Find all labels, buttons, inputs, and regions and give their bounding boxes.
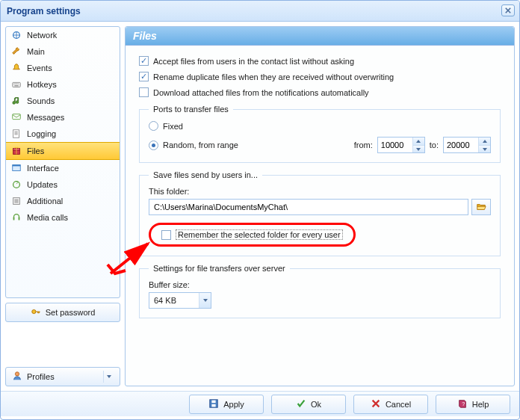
port-to-input[interactable] (444, 138, 478, 152)
nav-item-events[interactable]: Events (6, 60, 120, 76)
chevron-up-icon (416, 140, 421, 143)
set-password-button[interactable]: Set password (5, 303, 120, 322)
nav-item-files[interactable]: Files (6, 142, 120, 160)
select-dropdown-toggle[interactable] (199, 293, 211, 308)
ok-button[interactable]: Ok (271, 395, 346, 414)
transfer-settings-group: Settings for file transfers over server … (139, 264, 501, 318)
nav-item-label: Updates (27, 180, 58, 189)
headset-icon (10, 211, 22, 223)
remember-folder-checkbox[interactable] (161, 230, 171, 240)
key-icon (31, 306, 41, 318)
main-panel: Files Accept files from users in the con… (125, 26, 515, 386)
button-label: Set password (46, 308, 96, 317)
button-label: Ok (311, 400, 321, 409)
checkbox-label: Remember the selected folder for every u… (176, 229, 343, 240)
profile-icon (12, 371, 22, 383)
checkbox-label: Accept files from users in the contact l… (153, 57, 354, 66)
chevron-up-icon (483, 140, 487, 143)
log-icon (10, 128, 22, 140)
nav-item-additional[interactable]: Additional (6, 193, 120, 209)
buffer-size-select[interactable]: 64 KB (149, 292, 211, 309)
help-button[interactable]: ? Help (436, 395, 510, 414)
group-legend: Save files send by users in... (149, 170, 262, 179)
nav-item-label: Interface (27, 164, 59, 173)
nav-item-interface[interactable]: Interface (6, 160, 120, 176)
svg-rect-16 (212, 400, 216, 403)
nav-item-label: Additional (27, 197, 63, 206)
port-to-down[interactable] (479, 145, 490, 152)
close-icon (505, 7, 511, 13)
close-button[interactable] (501, 4, 515, 16)
nav-item-sounds[interactable]: Sounds (6, 93, 120, 109)
svg-point-12 (31, 309, 35, 313)
apply-button[interactable]: Apply (189, 395, 264, 414)
nav-item-updates[interactable]: Updates (6, 176, 120, 193)
profiles-dropdown-toggle[interactable] (103, 371, 114, 383)
ports-random-radio[interactable] (149, 140, 158, 150)
folder-path-input[interactable] (149, 199, 468, 215)
nav-item-label: Media calls (27, 213, 68, 222)
button-label: Apply (223, 400, 244, 409)
checkbox-label: Download attached files from the notific… (153, 88, 369, 97)
nav-item-network[interactable]: Network (6, 27, 120, 43)
nav-item-label: Main (27, 47, 45, 56)
download-attached-checkbox[interactable] (139, 87, 149, 97)
nav-item-main[interactable]: Main (6, 43, 120, 60)
nav-item-hotkeys[interactable]: Hotkeys (6, 76, 120, 93)
update-icon (10, 179, 22, 191)
nav-item-label: Events (27, 64, 52, 72)
svg-rect-15 (212, 404, 216, 407)
wrench-icon (10, 46, 22, 58)
group-legend: Ports to transfer files (149, 105, 233, 114)
rename-duplicates-checkbox[interactable] (139, 72, 149, 81)
panel-body: Accept files from users in the contact l… (126, 46, 514, 386)
to-label: to: (430, 140, 439, 149)
svg-point-13 (15, 372, 19, 376)
message-icon (10, 111, 22, 123)
music-icon (10, 95, 22, 107)
from-label: from: (354, 140, 373, 149)
port-from-down[interactable] (413, 145, 424, 152)
button-label: Help (472, 400, 489, 409)
ports-fixed-radio[interactable] (149, 121, 158, 131)
panel-header: Files (126, 27, 514, 46)
radio-label: Random, from range (163, 140, 238, 149)
bell-icon (10, 62, 22, 74)
chevron-down-icon (483, 148, 487, 151)
nav-item-media-calls[interactable]: Media calls (6, 209, 120, 226)
svg-rect-10 (13, 217, 15, 220)
help-icon: ? (457, 398, 468, 410)
keyboard-icon (10, 78, 22, 90)
gift-icon (10, 145, 22, 157)
accept-files-checkbox[interactable] (139, 56, 149, 66)
browse-folder-button[interactable] (471, 199, 491, 215)
highlight-annotation: Remember the selected folder for every u… (149, 223, 356, 247)
port-from-input[interactable] (378, 138, 412, 152)
port-to-spinner (443, 137, 491, 153)
svg-rect-3 (13, 130, 19, 138)
network-icon (10, 29, 22, 41)
additional-icon (10, 195, 22, 207)
svg-rect-2 (13, 114, 21, 120)
chevron-down-icon (416, 148, 421, 151)
cancel-icon (371, 398, 381, 410)
save-folder-group: Save files send by users in... This fold… (139, 170, 501, 256)
radio-label: Fixed (163, 122, 183, 131)
select-value: 64 KB (149, 296, 199, 305)
nav-item-label: Files (27, 146, 44, 155)
chevron-down-icon (203, 299, 208, 302)
buffer-size-label: Buffer size: (149, 280, 491, 289)
profiles-button[interactable]: Profiles (5, 367, 120, 386)
this-folder-label: This folder: (149, 187, 491, 196)
nav-item-messages[interactable]: Messages (6, 109, 120, 126)
nav-item-label: Logging (27, 129, 56, 138)
button-label: Cancel (386, 400, 411, 409)
port-from-up[interactable] (413, 138, 424, 145)
chevron-down-icon (107, 375, 111, 378)
cancel-button[interactable]: Cancel (353, 395, 428, 414)
port-to-up[interactable] (479, 138, 490, 145)
nav-item-logging[interactable]: Logging (6, 126, 120, 142)
nav-item-label: Messages (27, 113, 64, 122)
content-area: Network Main Events Hotkeys Sounds Messa… (1, 22, 519, 391)
titlebar: Program settings (1, 1, 519, 22)
